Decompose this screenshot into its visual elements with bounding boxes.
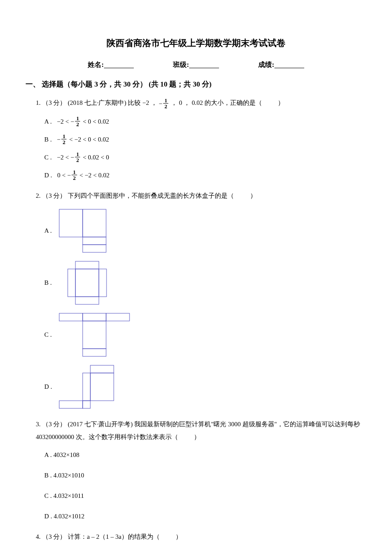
q3-text: 3. （3 分） (2017 七下·萧山开学考) 我国最新研制的巨型计算机"曙光… <box>36 418 366 443</box>
q2-optB-label: B . <box>44 276 52 289</box>
q1-optB-p2: < −2 < 0 < 0.02 <box>69 133 109 146</box>
q3-option-b: B . 4.032×1010 <box>44 469 366 482</box>
q1-optC-p1: −2 < <box>57 151 69 164</box>
svg-rect-14 <box>90 365 114 373</box>
q4-text-main: 计算：a – 2（1 – 3a）的结果为（ <box>68 533 160 540</box>
q4-number: 4. <box>36 533 40 540</box>
svg-rect-17 <box>59 401 83 408</box>
q2-points: （3 分） <box>42 192 66 199</box>
q1-option-b: B . −12 < −2 < 0 < 0.02 <box>44 133 366 146</box>
q3-option-d: D . 4.032×1012 <box>44 510 366 523</box>
svg-rect-15 <box>90 373 114 401</box>
question-4: 4. （3 分） 计算：a – 2（1 – 3a）的结果为（ ） <box>36 530 366 543</box>
q3-option-c: C . 4.032×1011 <box>44 489 366 502</box>
q4-points: （3 分） <box>42 533 66 540</box>
class-input-line[interactable] <box>189 61 219 68</box>
q3-points: （3 分） <box>42 421 66 428</box>
question-2: 2. （3 分） 下列四个平面图形中，不能折叠成无盖的长方体盒子的是（ ） A … <box>36 189 366 410</box>
svg-rect-16 <box>83 373 90 401</box>
q1-number: 1. <box>36 99 40 106</box>
q2-text-main: 下列四个平面图形中，不能折叠成无盖的长方体盒子的是（ <box>68 192 234 199</box>
svg-rect-8 <box>75 297 99 304</box>
q3-option-a: A . 4032×108 <box>44 448 366 461</box>
section-1-heading: 一、 选择题（每小题 3 分，共 30 分） (共 10 题；共 30 分) <box>26 78 366 90</box>
q3-number: 3. <box>36 421 40 428</box>
svg-rect-18 <box>83 401 90 408</box>
q2-option-c: C . <box>44 311 366 358</box>
q3-text2: ） <box>194 434 200 440</box>
q4-text-end: ） <box>176 533 182 540</box>
q4-text: 4. （3 分） 计算：a – 2（1 – 3a）的结果为（ ） <box>36 530 366 543</box>
score-label: 成绩: <box>258 59 274 70</box>
page-title: 陕西省商洛市七年级上学期数学期末考试试卷 <box>26 36 366 51</box>
q1-optD-p2: < −2 < 0.02 <box>80 169 110 182</box>
q1-option-c: C . −2 < −12 < 0.02 < 0 <box>44 151 366 164</box>
q2-option-a: A . <box>44 207 366 254</box>
question-1: 1. （3 分） (2018 七上·广东期中) 比较 −2 ， −12 ， 0 … <box>36 96 366 182</box>
q2-optA-net-icon <box>57 207 117 254</box>
q1-text-part3: ） <box>278 99 284 106</box>
q1-text: 1. （3 分） (2018 七上·广东期中) 比较 −2 ， −12 ， 0 … <box>36 96 366 110</box>
q2-option-b: B . <box>44 259 366 306</box>
q2-number: 2. <box>36 192 40 199</box>
svg-rect-5 <box>68 269 75 297</box>
svg-rect-0 <box>59 209 83 237</box>
q1-optA-label: A . <box>44 115 52 128</box>
q1-source: (2018 七上·广东期中) <box>68 99 127 106</box>
q1-optC-p2: < 0.02 < 0 <box>83 151 109 164</box>
q2-text: 2. （3 分） 下列四个平面图形中，不能折叠成无盖的长方体盒子的是（ ） <box>36 189 366 202</box>
q1-text-part1: 比较 −2 ， <box>128 99 157 106</box>
name-label: 姓名: <box>88 59 104 70</box>
svg-rect-11 <box>106 313 130 321</box>
q1-fraction-neg-half: −12 <box>159 97 169 110</box>
class-field: 班级: <box>173 59 219 70</box>
q1-optC-frac: −12 <box>70 151 81 164</box>
question-3: 3. （3 分） (2017 七下·萧山开学考) 我国最新研制的巨型计算机"曙光… <box>26 418 366 523</box>
q1-optD-label: D . <box>44 169 52 182</box>
svg-rect-10 <box>83 313 106 321</box>
svg-rect-12 <box>83 321 106 349</box>
svg-rect-7 <box>99 269 107 297</box>
name-input-line[interactable] <box>104 61 134 68</box>
score-input-line[interactable] <box>274 61 304 68</box>
svg-rect-3 <box>83 245 106 252</box>
q1-optD-p1: 0 < <box>57 169 66 182</box>
q1-optC-label: C . <box>44 151 52 164</box>
q1-optA-p1: −2 < <box>57 115 69 128</box>
q1-option-d: D . 0 < −12 < −2 < 0.02 <box>44 169 366 182</box>
q2-optD-label: D . <box>44 380 52 393</box>
q1-optD-frac: −12 <box>67 169 78 182</box>
name-field: 姓名: <box>88 59 133 70</box>
svg-rect-9 <box>59 313 83 321</box>
score-field: 成绩: <box>258 59 304 70</box>
q2-optD-net-icon <box>57 363 123 410</box>
q1-optA-p2: < 0 < 0.02 <box>83 115 109 128</box>
svg-rect-13 <box>83 349 106 356</box>
q2-option-d: D . <box>44 363 366 410</box>
q2-optC-net-icon <box>57 311 138 358</box>
svg-rect-4 <box>75 261 99 269</box>
svg-rect-1 <box>83 209 106 237</box>
q1-text-part2: ， 0 ， 0.02 的大小，正确的是（ <box>171 99 262 106</box>
q1-option-a: A . −2 < −12 < 0 < 0.02 <box>44 115 366 128</box>
q3-source: (2017 七下·萧山开学考) <box>68 421 133 428</box>
svg-rect-2 <box>83 237 106 245</box>
q1-optB-frac: −12 <box>57 133 68 146</box>
q1-points: （3 分） <box>42 99 66 106</box>
q1-optB-label: B . <box>44 133 52 146</box>
q2-optC-label: C . <box>44 328 52 341</box>
class-label: 班级: <box>173 59 189 70</box>
q2-optB-net-icon <box>57 259 117 306</box>
q2-text-end: ） <box>250 192 257 199</box>
q1-optA-frac: −12 <box>70 115 81 128</box>
header-row: 姓名: 班级: 成绩: <box>68 59 324 70</box>
svg-rect-6 <box>75 269 99 297</box>
q2-optA-label: A . <box>44 224 52 237</box>
